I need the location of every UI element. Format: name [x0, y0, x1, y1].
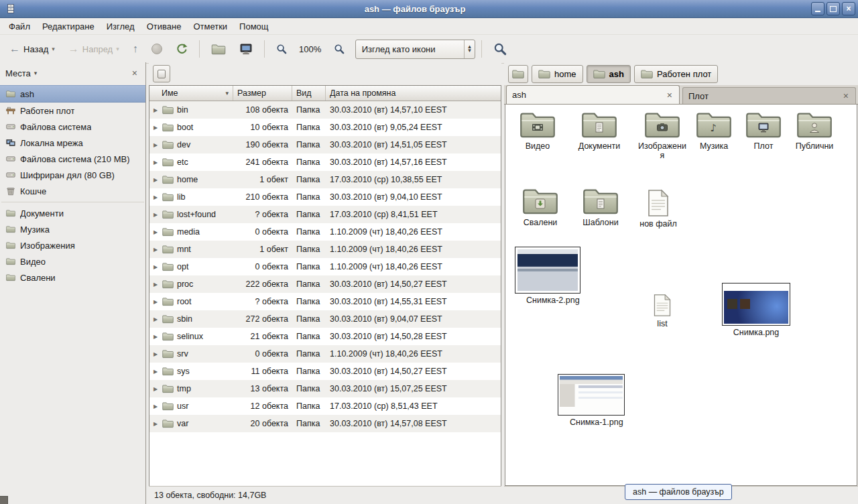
- column-header[interactable]: Дата на промяна ▾: [326, 86, 501, 101]
- icon-view[interactable]: Видео Документи Изображения Музика Плот …: [505, 105, 857, 486]
- file-icon-item[interactable]: Изображения: [633, 110, 692, 161]
- expander-icon[interactable]: ▶: [152, 107, 159, 113]
- sidebar-item[interactable]: Видео: [0, 253, 145, 269]
- reload-button[interactable]: [170, 40, 193, 58]
- tab[interactable]: ash ×: [506, 85, 680, 104]
- home-button[interactable]: [206, 40, 231, 58]
- table-row[interactable]: ▶ srv 0 обекта Папка 1.10.2009 (чт) 18,4…: [149, 345, 501, 363]
- table-row[interactable]: ▶ lib 210 обекта Папка 30.03.2010 (вт) 9…: [149, 188, 501, 206]
- back-dropdown-icon[interactable]: ▾: [52, 46, 55, 52]
- expander-icon[interactable]: ▶: [152, 299, 159, 305]
- pathbar-button[interactable]: Работен плот: [634, 65, 718, 83]
- sidebar-item[interactable]: Кошче: [0, 183, 145, 199]
- file-icon-item[interactable]: Плот: [741, 110, 786, 151]
- sidebar-item[interactable]: Шифриран дял (80 GB): [0, 167, 145, 183]
- up-button[interactable]: ↑: [127, 40, 143, 58]
- menu-item[interactable]: Помощ: [233, 18, 274, 34]
- sidebar-item[interactable]: Работен плот: [0, 103, 145, 119]
- table-row[interactable]: ▶ proc 222 обекта Папка 30.03.2010 (вт) …: [149, 275, 501, 293]
- table-row[interactable]: ▶ lost+found ? обекта Папка 17.03.2010 (…: [149, 206, 501, 223]
- sidebar-item[interactable]: Изображения: [0, 237, 145, 253]
- menu-item[interactable]: Отиване: [141, 18, 188, 34]
- expander-icon[interactable]: ▶: [152, 264, 159, 270]
- file-icon-item[interactable]: нов файл: [631, 189, 685, 229]
- table-row[interactable]: ▶ sys 11 обекта Папка 30.03.2010 (вт) 14…: [149, 363, 501, 380]
- sidebar-item[interactable]: Файлова система (210 MB): [0, 151, 145, 167]
- expander-icon[interactable]: ▶: [152, 142, 159, 148]
- table-row[interactable]: ▶ etc 241 обекта Папка 30.03.2010 (вт) 1…: [149, 153, 501, 171]
- sidebar-item[interactable]: Свалени: [0, 269, 145, 286]
- expander-icon[interactable]: ▶: [152, 316, 159, 322]
- sidebar-close-icon[interactable]: ×: [129, 68, 140, 78]
- file-icon-item[interactable]: list: [642, 294, 682, 328]
- table-row[interactable]: ▶ sbin 272 обекта Папка 30.03.2010 (вт) …: [149, 310, 501, 328]
- expander-icon[interactable]: ▶: [152, 386, 159, 392]
- tree-body[interactable]: ▶ bin 108 обекта Папка 30.03.2010 (вт) 1…: [149, 101, 501, 486]
- expander-icon[interactable]: ▶: [152, 334, 159, 340]
- file-icon-item[interactable]: Снимка.png: [717, 283, 795, 337]
- file-icon-item[interactable]: Снимка-2.png: [511, 247, 585, 305]
- table-row[interactable]: ▶ dev 190 обекта Папка 30.03.2010 (вт) 1…: [149, 136, 501, 153]
- file-icon-item[interactable]: Шаблони: [572, 186, 629, 227]
- expander-icon[interactable]: ▶: [152, 369, 159, 375]
- expander-icon[interactable]: ▶: [152, 403, 159, 410]
- file-icon-item[interactable]: Документи: [568, 110, 630, 151]
- menu-item[interactable]: Файл: [3, 18, 36, 34]
- file-icon-item[interactable]: Снимка-1.png: [554, 374, 629, 427]
- search-button[interactable]: [488, 39, 512, 59]
- expander-icon[interactable]: ▶: [152, 194, 159, 200]
- view-mode-select[interactable]: Изглед като икони ▴▾: [355, 40, 475, 59]
- zoom-in-button[interactable]: [328, 40, 350, 58]
- expander-icon[interactable]: ▶: [152, 160, 159, 166]
- sidebar-item[interactable]: ash: [0, 85, 145, 103]
- table-row[interactable]: ▶ bin 108 обекта Папка 30.03.2010 (вт) 1…: [149, 101, 501, 119]
- zoom-out-button[interactable]: [271, 40, 292, 58]
- table-row[interactable]: ▶ tmp 13 обекта Папка 30.03.2010 (вт) 15…: [149, 380, 501, 397]
- file-icon-item[interactable]: Публични: [786, 110, 843, 151]
- sidebar-item[interactable]: Музика: [0, 221, 145, 237]
- pathbar-root-button[interactable]: [508, 65, 528, 83]
- tab-close-icon[interactable]: ×: [842, 90, 850, 101]
- table-row[interactable]: ▶ opt 0 обекта Папка 1.10.2009 (чт) 18,4…: [149, 258, 501, 275]
- sidebar-item[interactable]: Документи: [0, 205, 145, 221]
- menu-item[interactable]: Редактиране: [36, 18, 101, 34]
- menu-item[interactable]: Отметки: [187, 18, 233, 34]
- maximize-button[interactable]: [826, 2, 840, 15]
- back-button[interactable]: ← Назад ▾: [4, 40, 60, 58]
- file-icon-item[interactable]: Свалени: [512, 186, 568, 227]
- close-button[interactable]: ×: [842, 2, 855, 15]
- tab[interactable]: Плот ×: [682, 87, 856, 104]
- file-icon-item[interactable]: Музика: [688, 110, 740, 151]
- table-row[interactable]: ▶ selinux 21 обекта Папка 30.03.2010 (вт…: [149, 328, 501, 345]
- expander-icon[interactable]: ▶: [152, 177, 159, 183]
- table-row[interactable]: ▶ usr 12 обекта Папка 17.03.2010 (ср) 8,…: [149, 397, 501, 415]
- table-row[interactable]: ▶ root ? обекта Папка 30.03.2010 (вт) 14…: [149, 293, 501, 310]
- sidebar-mode-dropdown-icon[interactable]: ▾: [34, 70, 38, 76]
- table-row[interactable]: ▶ media 0 обекта Папка 1.10.2009 (чт) 18…: [149, 223, 501, 241]
- expander-icon[interactable]: ▶: [152, 229, 159, 235]
- expander-icon[interactable]: ▶: [152, 212, 159, 218]
- column-header[interactable]: Вид ▾: [292, 86, 326, 101]
- expander-icon[interactable]: ▶: [152, 351, 159, 357]
- minimize-button[interactable]: [811, 2, 824, 15]
- menu-item[interactable]: Изглед: [101, 18, 141, 34]
- expander-icon[interactable]: ▶: [152, 421, 159, 427]
- table-row[interactable]: ▶ home 1 обект Папка 17.03.2010 (ср) 10,…: [149, 171, 501, 188]
- table-row[interactable]: ▶ var 20 обекта Папка 30.03.2010 (вт) 14…: [149, 415, 501, 432]
- sidebar-item[interactable]: Локална мрежа: [0, 135, 145, 151]
- stop-button[interactable]: [146, 40, 168, 58]
- sidebar-item[interactable]: Файлова система: [0, 119, 145, 135]
- file-icon-item[interactable]: Видео: [509, 110, 566, 151]
- computer-button[interactable]: [234, 40, 258, 58]
- resize-grip[interactable]: [0, 496, 8, 504]
- table-row[interactable]: ▶ mnt 1 обект Папка 1.10.2009 (чт) 18,40…: [149, 241, 501, 258]
- expander-icon[interactable]: ▶: [152, 247, 159, 253]
- expander-icon[interactable]: ▶: [152, 281, 159, 288]
- expander-icon[interactable]: ▶: [152, 125, 159, 131]
- tab-close-icon[interactable]: ×: [666, 90, 674, 101]
- pane-view-button[interactable]: [153, 65, 170, 82]
- titlebar[interactable]: ash — файлов браузър ×: [0, 0, 858, 18]
- pathbar-button[interactable]: home: [532, 65, 583, 83]
- column-header[interactable]: Име ▾: [149, 86, 233, 101]
- forward-button[interactable]: → Напред ▾: [63, 40, 125, 58]
